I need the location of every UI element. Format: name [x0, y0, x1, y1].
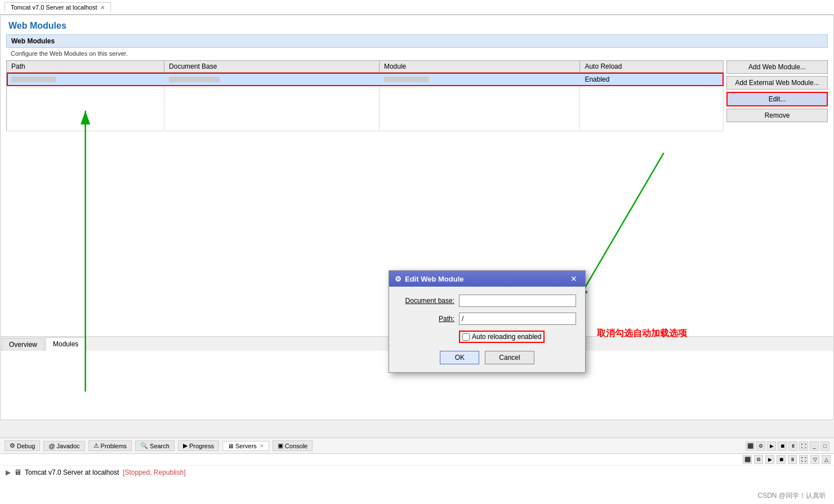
tab-debug[interactable]: ⚙ Debug [5, 440, 40, 451]
tab-javadoc[interactable]: @ Javadoc [43, 441, 84, 451]
server-entry[interactable]: ▶ 🖥 Tomcat v7.0 Server at localhost [Sto… [0, 466, 834, 479]
section-desc: Configure the Web Modules on this server… [1, 48, 833, 60]
status-bar: ⚙ Debug @ Javadoc ⚠ Problems 🔍 Search ▶ … [0, 438, 834, 453]
search-label: Search [150, 443, 170, 449]
server-toolbar-icon-4[interactable]: ⏹ [777, 455, 786, 464]
expand-icon[interactable]: ▶ [6, 469, 11, 476]
tab-search[interactable]: 🔍 Search [135, 440, 175, 451]
tab-servers[interactable]: 🖥 Servers ✕ [222, 441, 269, 451]
cell-doc-base [164, 73, 380, 86]
svg-line-3 [577, 153, 664, 301]
dialog-title: Edit Web Module [405, 275, 463, 283]
auto-reload-checkbox[interactable] [462, 333, 470, 341]
toolbar-icon-minimize[interactable]: _ [810, 441, 819, 451]
dialog-buttons: OK Cancel [398, 351, 576, 364]
tab-modules[interactable]: Modules [46, 337, 86, 351]
auto-reload-checkbox-row: Auto reloading enabled [459, 331, 545, 343]
cell-path [7, 73, 164, 86]
title-tab-close[interactable]: ✕ [100, 5, 105, 11]
section-header: Web Modules [6, 34, 828, 48]
auto-reload-label: Auto reloading enabled [472, 333, 541, 341]
watermark: CSDN @同学！认真听 [757, 491, 826, 501]
problems-label: Problems [101, 443, 127, 449]
server-toolbar-icon-5[interactable]: ⏸ [788, 455, 797, 464]
progress-icon: ▶ [183, 442, 188, 449]
servers-label: Servers [235, 443, 257, 449]
debug-label: Debug [17, 443, 35, 449]
toolbar-icon-5[interactable]: ⏸ [788, 441, 797, 451]
toolbar-icon-1[interactable]: ⬛ [746, 441, 755, 451]
servers-close[interactable]: ✕ [260, 443, 264, 449]
servers-icon: 🖥 [228, 443, 234, 449]
server-toolbar-icon-3[interactable]: ▶ [765, 455, 774, 464]
modules-table: Path Document Base Module Auto Reload [6, 60, 724, 131]
table-outer: Path Document Base Module Auto Reload [6, 60, 828, 131]
edit-web-module-dialog[interactable]: ⚙ Edit Web Module ✕ Document base: Path:… [389, 270, 586, 373]
toolbar-icon-4[interactable]: ⏹ [778, 441, 787, 451]
remove-button[interactable]: Remove [726, 109, 828, 122]
path-input[interactable] [459, 313, 576, 325]
blurred-path [11, 77, 56, 82]
search-icon: 🔍 [140, 442, 148, 449]
tab-overview[interactable]: Overview [2, 338, 44, 351]
server-toolbar-max[interactable]: △ [822, 455, 831, 464]
dialog-body: Document base: Path: Auto reloading enab… [389, 287, 585, 372]
section-title: Web Modules [11, 37, 55, 45]
doc-base-input[interactable] [459, 295, 576, 307]
progress-label: Progress [189, 443, 214, 449]
server-toolbar-icon-1[interactable]: ⬛ [743, 455, 752, 464]
path-field: Path: [398, 313, 576, 325]
table-row[interactable]: Enabled [7, 73, 724, 86]
javadoc-icon: @ [48, 443, 55, 449]
col-auto-reload: Auto Reload [580, 61, 724, 73]
dialog-close-button[interactable]: ✕ [568, 274, 579, 283]
console-label: Console [285, 443, 307, 449]
cell-module [379, 73, 579, 86]
blurred-module [384, 77, 429, 82]
title-tab-label: Tomcat v7.0 Server at localhost [11, 4, 97, 11]
javadoc-label: Javadoc [57, 443, 80, 449]
server-toolbar-icon-6[interactable]: ⛶ [799, 455, 808, 464]
tab-progress[interactable]: ▶ Progress [178, 440, 219, 451]
tab-console[interactable]: ▣ Console [273, 440, 313, 451]
server-toolbar-icon-2[interactable]: ⚙ [754, 455, 763, 464]
servers-toolbar: ⬛ ⚙ ▶ ⏹ ⏸ ⛶ ▽ △ [0, 454, 834, 466]
page-title: Web Modules [1, 15, 833, 34]
tab-problems[interactable]: ⚠ Problems [88, 440, 132, 451]
problems-icon: ⚠ [93, 442, 99, 449]
dialog-titlebar: ⚙ Edit Web Module ✕ [389, 271, 585, 287]
cancel-button[interactable]: Cancel [485, 351, 534, 364]
col-path: Path [7, 61, 164, 73]
server-toolbar-min[interactable]: ▽ [810, 455, 819, 464]
toolbar-icon-maximize[interactable]: □ [820, 441, 829, 451]
add-web-module-button[interactable]: Add Web Module... [726, 60, 828, 74]
col-doc-base: Document Base [164, 61, 380, 73]
table-row-empty [7, 86, 724, 131]
blurred-docbase [169, 77, 220, 82]
server-label: Tomcat v7.0 Server at localhost [Stopped… [25, 469, 186, 476]
toolbar-icon-3[interactable]: ▶ [767, 441, 776, 451]
doc-base-label: Document base: [398, 297, 454, 305]
console-icon: ▣ [278, 442, 283, 449]
toolbar-icon-2[interactable]: ⚙ [756, 441, 765, 451]
toolbar-icon-6[interactable]: ⛶ [799, 441, 808, 451]
title-bar: Tomcat v7.0 Server at localhost ✕ [0, 0, 834, 15]
edit-button[interactable]: Edit... [726, 92, 828, 106]
dialog-title-icon: ⚙ [395, 275, 402, 283]
path-label: Path: [398, 315, 454, 323]
cell-auto-reload: Enabled [580, 73, 724, 86]
col-module: Module [379, 61, 579, 73]
add-external-web-module-button[interactable]: Add External Web Module... [726, 76, 828, 90]
ok-button[interactable]: OK [440, 351, 479, 364]
doc-base-field: Document base: [398, 295, 576, 307]
server-status: [Stopped, Republish] [121, 469, 186, 476]
title-tab[interactable]: Tomcat v7.0 Server at localhost ✕ [5, 2, 111, 12]
debug-icon: ⚙ [10, 442, 15, 449]
servers-panel: ⬛ ⚙ ▶ ⏹ ⏸ ⛶ ▽ △ ▶ 🖥 Tomcat v7.0 Server a… [0, 453, 834, 504]
server-icon: 🖥 [14, 468, 21, 476]
buttons-panel: Add Web Module... Add External Web Modul… [726, 60, 828, 122]
